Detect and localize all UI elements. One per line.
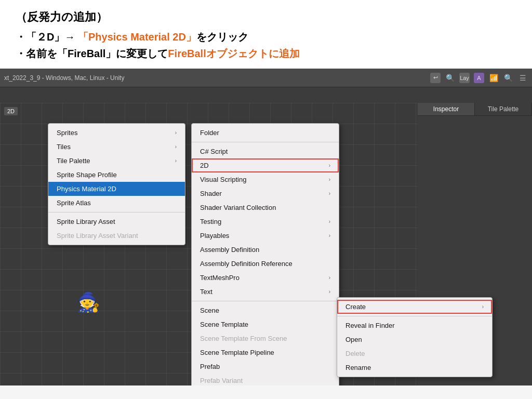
physics-material-label: Physics Material 2D (57, 185, 116, 193)
scene-2d-label: 2D (4, 107, 18, 115)
text-arrow: › (329, 289, 330, 295)
prefab-label: Prefab (200, 363, 220, 370)
annotation-bullet1: ・「２D」→ 「Physics Material 2D」をクリック (16, 29, 516, 45)
menu-item-reveal-finder[interactable]: Reveal in Finder (337, 318, 492, 332)
bullet2-prefix: ・名前を「FireBall」に変更して (16, 48, 168, 59)
open-label: Open (345, 336, 362, 343)
shader-arrow: › (329, 191, 330, 196)
menu-item-sprites[interactable]: Sprites › (48, 126, 185, 140)
unity-topbar: xt_2022_3_9 - Windows, Mac, Linux - Unit… (0, 69, 532, 87)
menu-item-tile-palette[interactable]: Tile Palette › (48, 154, 185, 168)
menu-item-open[interactable]: Open (337, 332, 492, 347)
account-icon[interactable]: A (474, 73, 484, 83)
bullet1-prefix: ・「２D」→ (16, 31, 78, 43)
bullet1-highlight: 「Physics Material 2D」 (78, 31, 196, 43)
inspector-tabs: Inspector Tile Palette (418, 103, 532, 116)
menu-item-shader-variant[interactable]: Shader Variant Collection (192, 201, 339, 215)
menu-item-scene-template[interactable]: Scene Template (192, 317, 339, 331)
testing-label: Testing (200, 218, 221, 225)
menu-item-sprite-library-variant: Sprite Library Asset Variant (48, 229, 185, 243)
2d-label: 2D (200, 162, 209, 169)
topbar-icons: ↩ 🔍 Lay A 📶 🔍 ☰ (430, 73, 528, 83)
sprites-arrow: › (175, 130, 177, 136)
annotation-area: （反発力の追加） ・「２D」→ 「Physics Material 2D」をクリ… (0, 0, 532, 69)
menu-item-playables[interactable]: Playables › (192, 229, 339, 243)
sprite-atlas-label: Sprite Atlas (57, 199, 91, 207)
menu-item-folder[interactable]: Folder (192, 126, 339, 140)
menu-separator-1 (48, 212, 185, 212)
tiles-label: Tiles (57, 143, 71, 151)
menu-separator-r1 (192, 142, 339, 142)
mag-icon[interactable]: 🔍 (503, 73, 513, 83)
unity-editor: xt_2022_3_9 - Windows, Mac, Linux - Unit… (0, 69, 532, 385)
menu-item-visual-scripting[interactable]: Visual Scripting › (192, 172, 339, 187)
menu-item-rename[interactable]: Rename (337, 361, 492, 375)
sprite-shape-label: Sprite Shape Profile (57, 171, 117, 179)
menu-item-sprite-shape[interactable]: Sprite Shape Profile (48, 168, 185, 182)
lay-button[interactable]: Lay (459, 73, 470, 83)
menu-item-sprite-atlas[interactable]: Sprite Atlas (48, 196, 185, 210)
csharp-label: C# Script (200, 148, 228, 155)
undo-icon[interactable]: ↩ (430, 73, 441, 83)
menu-item-prefab-variant: Prefab Variant (192, 374, 339, 385)
menu-item-scene[interactable]: Scene (192, 303, 339, 317)
sprite-library-label: Sprite Library Asset (57, 218, 115, 225)
context-menu-left: Sprites › Tiles › Tile Palette › Sprite … (48, 123, 185, 245)
textmeshpro-arrow: › (329, 275, 330, 281)
menu-item-physics-material[interactable]: Physics Material 2D (48, 182, 185, 196)
bullet1-suffix: をクリック (196, 31, 248, 43)
menu-item-create[interactable]: Create › (337, 300, 492, 314)
scene-template-pipeline-label: Scene Template Pipeline (200, 349, 274, 356)
tile-palette-label: Tile Palette (57, 157, 90, 165)
playables-label: Playables (200, 232, 229, 240)
menu-item-prefab[interactable]: Prefab (192, 360, 339, 374)
visual-scripting-label: Visual Scripting (200, 176, 246, 183)
rename-label: Rename (345, 364, 371, 371)
menu-icon[interactable]: ☰ (517, 73, 528, 83)
scene-label: Scene (200, 307, 219, 314)
menu-item-2d[interactable]: 2D › (192, 158, 339, 172)
assembly-def-ref-label: Assembly Definition Reference (200, 260, 292, 268)
menu-item-delete: Delete (337, 347, 492, 361)
menu-item-shader[interactable]: Shader › (192, 187, 339, 201)
tab-inspector[interactable]: Inspector (418, 103, 475, 115)
shader-label: Shader (200, 190, 222, 197)
playables-arrow: › (329, 233, 330, 238)
tile-palette-arrow: › (175, 158, 177, 164)
reveal-finder-label: Reveal in Finder (345, 322, 395, 329)
annotation-title: （反発力の追加） (16, 9, 516, 25)
menu-separator-fr1 (337, 316, 492, 316)
menu-item-tiles[interactable]: Tiles › (48, 140, 185, 154)
context-menu-right: Folder C# Script 2D › Visual Scripting ›… (191, 123, 339, 385)
tiles-arrow: › (175, 144, 177, 150)
topbar-title: xt_2022_3_9 - Windows, Mac, Linux - Unit… (4, 74, 427, 82)
menu-item-textmeshpro[interactable]: TextMeshPro › (192, 271, 339, 285)
2d-arrow: › (329, 163, 330, 168)
assembly-def-label: Assembly Definition (200, 246, 259, 254)
delete-label: Delete (345, 350, 365, 357)
create-arrow: › (482, 304, 484, 310)
menu-item-testing[interactable]: Testing › (192, 215, 339, 229)
menu-item-text[interactable]: Text › (192, 285, 339, 299)
create-label: Create (345, 303, 366, 311)
menu-item-assembly-def-ref[interactable]: Assembly Definition Reference (192, 257, 339, 271)
menu-item-sprite-library[interactable]: Sprite Library Asset (48, 215, 185, 229)
text-label: Text (200, 288, 212, 296)
menu-item-csharp[interactable]: C# Script (192, 144, 339, 158)
shader-variant-label: Shader Variant Collection (200, 204, 276, 211)
search-icon[interactable]: 🔍 (445, 73, 455, 83)
menu-item-scene-template-pipeline[interactable]: Scene Template Pipeline (192, 345, 339, 360)
character-sprite: 🧙 (73, 282, 104, 323)
folder-label: Folder (200, 129, 219, 137)
menu-item-scene-template-from-scene: Scene Template From Scene (192, 331, 339, 345)
tab-tile-palette[interactable]: Tile Palette (475, 103, 532, 115)
prefab-variant-label: Prefab Variant (200, 377, 243, 384)
menu-separator-r2 (192, 301, 339, 301)
menu-item-assembly-def[interactable]: Assembly Definition (192, 243, 339, 257)
testing-arrow: › (329, 219, 330, 224)
sprite-library-variant-label: Sprite Library Asset Variant (57, 232, 138, 240)
sprites-label: Sprites (57, 129, 77, 137)
context-menu-far-right: Create › Reveal in Finder Open Delete Re… (337, 297, 493, 377)
scene-template-from-scene-label: Scene Template From Scene (200, 335, 287, 342)
annotation-bullet2: ・名前を「FireBall」に変更してFireBallオブジェクトに追加 (16, 46, 516, 61)
